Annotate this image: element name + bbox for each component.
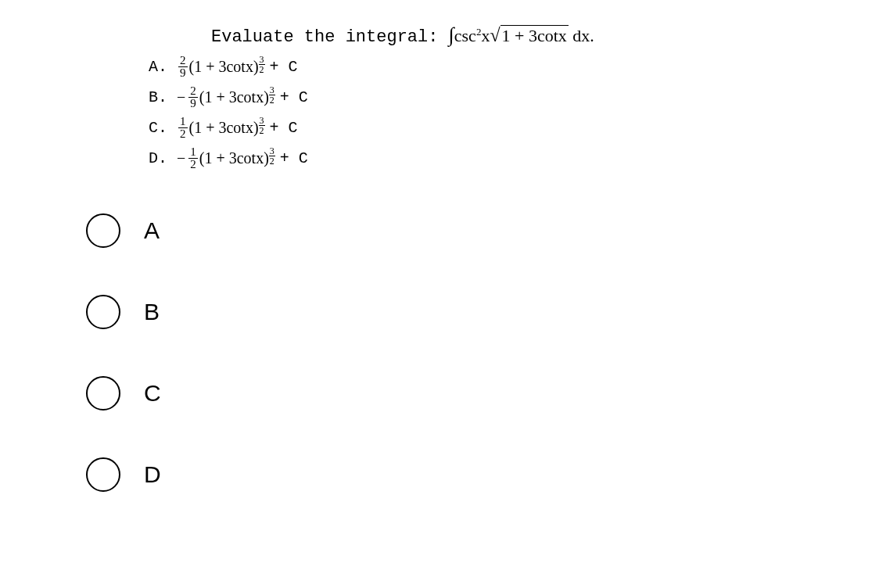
radio-c[interactable]: [86, 376, 120, 411]
base-b: (1 + 3cotx): [199, 88, 269, 106]
radio-d[interactable]: [86, 457, 120, 492]
exp-den-a: 2: [259, 65, 265, 74]
neg-b: −: [177, 88, 185, 106]
radio-options: A B C D: [86, 213, 848, 492]
frac-den-a: 9: [178, 67, 188, 79]
answer-expr-c: 1 2 (1 + 3cotx) 3 2 + C: [177, 116, 298, 140]
base-expo-d: (1 + 3cotx) 3 2: [199, 149, 275, 167]
fraction-d: 1 2: [188, 146, 198, 170]
radio-b[interactable]: [86, 295, 120, 329]
option-label-a: A: [144, 217, 160, 244]
radio-a[interactable]: [86, 213, 120, 248]
base-c: (1 + 3cotx): [189, 119, 259, 137]
exp-den-d: 2: [269, 156, 275, 166]
sqrt-content: 1 + 3cotx: [500, 25, 569, 46]
fraction-c: 1 2: [178, 116, 188, 140]
frac-den-d: 2: [188, 159, 198, 170]
answer-expr-d: − 1 2 (1 + 3cotx) 3 2 + C: [177, 146, 308, 170]
exponent-c: 3 2: [259, 116, 265, 135]
answer-label-d: D.: [149, 149, 167, 167]
answer-label-a: A.: [149, 58, 167, 76]
fraction-a: 2 9: [178, 55, 188, 79]
frac-den-b: 9: [188, 98, 198, 109]
suffix-b: + C: [280, 88, 308, 106]
frac-num-d: 1: [188, 146, 198, 159]
answer-choice-d: D. − 1 2 (1 + 3cotx) 3 2 + C: [149, 146, 848, 170]
option-label-b: B: [144, 299, 160, 325]
base-expo-a: (1 + 3cotx) 3 2: [189, 58, 265, 76]
integral-sign: ∫: [449, 23, 454, 46]
answer-label-c: C.: [149, 119, 167, 137]
question-block: Evaluate the integral: ∫csc2x√1 + 3cotx …: [149, 23, 848, 170]
integral-expression: ∫csc2x√1 + 3cotx dx.: [449, 26, 594, 45]
fraction-b: 2 9: [188, 85, 198, 109]
integrand-csc: csc: [454, 26, 476, 45]
frac-num-b: 2: [188, 85, 198, 98]
frac-den-c: 2: [178, 128, 188, 140]
answer-expr-a: 2 9 (1 + 3cotx) 3 2 + C: [177, 55, 298, 79]
neg-d: −: [177, 149, 185, 167]
base-a: (1 + 3cotx): [189, 58, 259, 76]
sqrt-sign: √: [490, 25, 500, 46]
suffix-a: + C: [270, 58, 298, 76]
base-expo-c: (1 + 3cotx) 3 2: [189, 119, 265, 137]
suffix-d: + C: [280, 149, 308, 167]
answer-label-b: B.: [149, 88, 167, 106]
base-expo-b: (1 + 3cotx) 3 2: [199, 88, 275, 106]
answer-choice-a: A. 2 9 (1 + 3cotx) 3 2 + C: [149, 55, 848, 79]
suffix-c: + C: [270, 119, 298, 137]
exponent-d: 3 2: [269, 146, 275, 166]
option-row-a: A: [86, 213, 848, 248]
option-row-c: C: [86, 376, 848, 411]
base-d: (1 + 3cotx): [199, 149, 269, 167]
answer-choice-b: B. − 2 9 (1 + 3cotx) 3 2 + C: [149, 85, 848, 109]
frac-num-a: 2: [178, 55, 188, 67]
option-row-d: D: [86, 457, 848, 492]
sqrt-expression: √1 + 3cotx: [490, 25, 568, 46]
exp-den-c: 2: [259, 126, 265, 135]
exponent-b: 3 2: [269, 85, 275, 105]
option-row-b: B: [86, 295, 848, 329]
answer-expr-b: − 2 9 (1 + 3cotx) 3 2 + C: [177, 85, 308, 109]
dx: dx.: [569, 26, 594, 45]
integrand-x: x: [481, 26, 490, 45]
prompt-text: Evaluate the integral:: [211, 27, 438, 47]
option-label-c: C: [144, 380, 161, 407]
exp-den-b: 2: [269, 95, 275, 105]
exponent-a: 3 2: [259, 55, 265, 74]
frac-num-c: 1: [178, 116, 188, 128]
option-label-d: D: [144, 461, 161, 488]
question-prompt: Evaluate the integral: ∫csc2x√1 + 3cotx …: [211, 23, 848, 47]
answer-choice-c: C. 1 2 (1 + 3cotx) 3 2 + C: [149, 116, 848, 140]
